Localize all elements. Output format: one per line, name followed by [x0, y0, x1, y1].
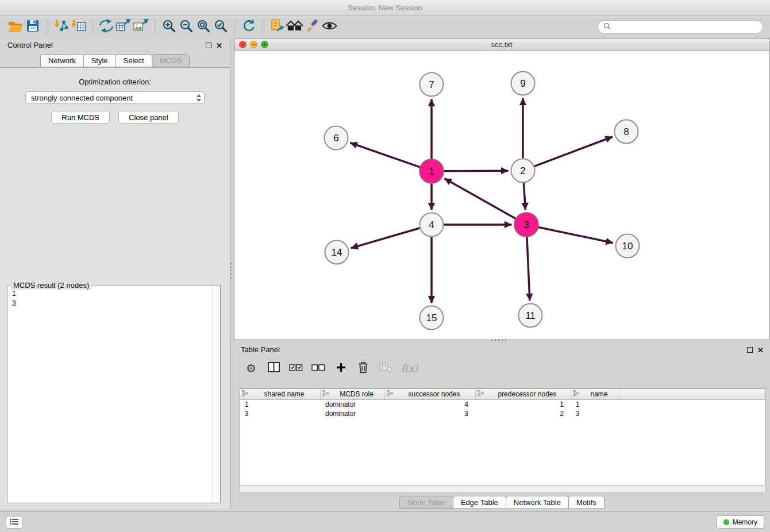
column-header-shared-name[interactable]: shared name: [240, 389, 321, 399]
clipboard-network-button[interactable]: [268, 18, 286, 36]
select-none-button[interactable]: [311, 361, 325, 376]
graph-node-10[interactable]: 10: [616, 234, 640, 258]
criterion-dropdown[interactable]: strongly connected component: [25, 91, 205, 104]
tab-mcds[interactable]: MCDS: [152, 54, 190, 67]
table-row[interactable]: 3dominator323: [240, 409, 765, 418]
open-session-button[interactable]: [7, 18, 24, 36]
graph-node-3[interactable]: 3: [515, 213, 538, 237]
import-table-button[interactable]: [70, 18, 87, 36]
toolbar-separator: [92, 20, 93, 34]
graph-node-2[interactable]: 2: [511, 159, 535, 183]
close-panel-button[interactable]: Close panel: [118, 111, 179, 124]
import-network-button[interactable]: [52, 18, 70, 36]
tab-edge-table[interactable]: Edge Table: [453, 496, 506, 509]
graph-edge-3-10[interactable]: [538, 227, 613, 242]
export-table-icon: [116, 19, 131, 35]
table-horizontal-scrollbar[interactable]: [240, 485, 765, 493]
graph-node-7[interactable]: 7: [420, 73, 444, 97]
zoom-selected-button[interactable]: [212, 18, 229, 36]
delete-row-button[interactable]: [356, 361, 370, 376]
table-panel-title: Table Panel: [241, 345, 280, 354]
graph-node-9[interactable]: 9: [511, 72, 535, 95]
mcds-result-text[interactable]: 13: [12, 289, 210, 500]
minimize-window-button[interactable]: −: [250, 41, 257, 48]
graph-edge-3-1[interactable]: [444, 179, 515, 219]
attribute-icon: [478, 390, 484, 398]
zoom-fit-button[interactable]: [195, 18, 212, 36]
gear-button[interactable]: ⚙: [244, 361, 258, 376]
show-details-eye-button[interactable]: [321, 18, 338, 36]
dropdown-arrows-icon: [197, 94, 201, 102]
tab-node-table[interactable]: Node Table: [399, 496, 453, 509]
style-paint-button[interactable]: [303, 18, 321, 36]
tab-network[interactable]: Network: [40, 54, 84, 67]
svg-text:10: 10: [622, 241, 633, 252]
tab-style[interactable]: Style: [83, 54, 116, 67]
svg-text:2: 2: [520, 165, 525, 176]
toolbar-separator: [47, 20, 47, 34]
network-clone-button[interactable]: [98, 18, 115, 36]
node-table: shared nameMCDS rolesuccessor nodesprede…: [240, 388, 765, 485]
graph-node-1[interactable]: 1: [420, 160, 444, 183]
mcds-result-title: MCDS result (2 nodes): [11, 281, 91, 290]
graph-node-15[interactable]: 15: [420, 306, 444, 330]
table-cell: 1: [476, 400, 571, 408]
table-cell: 4: [385, 400, 476, 408]
zoom-out-button[interactable]: [178, 18, 195, 36]
close-window-button[interactable]: ×: [239, 41, 247, 48]
tab-motifs[interactable]: Motifs: [568, 496, 605, 509]
table-row[interactable]: 1dominator411: [240, 400, 765, 409]
float-panel-icon[interactable]: [206, 43, 211, 48]
toolbar-icon-group: [7, 18, 338, 36]
add-row-button[interactable]: [334, 361, 348, 376]
select-all-button[interactable]: [289, 361, 303, 376]
column-label: predecessor nodes: [486, 390, 569, 398]
run-mcds-button[interactable]: Run MCDS: [51, 111, 110, 124]
result-scrollbar[interactable]: [212, 286, 220, 503]
export-table-button[interactable]: [115, 18, 132, 36]
search-box[interactable]: [598, 20, 763, 34]
column-header-successor-nodes[interactable]: successor nodes: [385, 389, 476, 399]
column-header-name[interactable]: name: [571, 389, 619, 399]
vertical-splitter-grip[interactable]: [230, 263, 232, 279]
search-input[interactable]: [614, 23, 757, 32]
network-window-titlebar: × − + scc.txt: [234, 38, 769, 51]
export-image-button[interactable]: [132, 18, 149, 36]
delete-table-icon: [379, 362, 392, 375]
graph-edge-1-6[interactable]: [350, 142, 420, 167]
zoom-window-button[interactable]: +: [261, 41, 268, 48]
app-titlebar: Session: New Session: [0, 0, 770, 16]
horizontal-splitter-grip[interactable]: [491, 339, 507, 341]
column-header-mcds-role[interactable]: MCDS role: [321, 389, 385, 399]
graph-node-8[interactable]: 8: [615, 120, 638, 144]
table-cell: 3: [571, 410, 619, 418]
network-canvas[interactable]: 7968124314101511: [234, 51, 769, 340]
graph-node-6[interactable]: 6: [325, 126, 348, 150]
graph-node-14[interactable]: 14: [325, 241, 349, 264]
network-window: × − + scc.txt 7968124314101511: [234, 38, 769, 340]
refresh-button[interactable]: [240, 18, 257, 36]
graph-edge-2-3[interactable]: [523, 183, 525, 210]
tab-network-table[interactable]: Network Table: [506, 496, 569, 509]
network-graph[interactable]: 7968124314101511: [234, 51, 769, 340]
zoom-in-button[interactable]: [160, 18, 178, 36]
control-panel-title: Control Panel: [7, 41, 53, 49]
show-panels-button[interactable]: [6, 516, 23, 529]
tab-select[interactable]: Select: [116, 54, 152, 67]
close-table-panel-icon[interactable]: ✕: [757, 346, 764, 354]
close-panel-icon[interactable]: ✕: [216, 42, 222, 49]
svg-text:9: 9: [520, 78, 525, 89]
import-table-icon: [71, 19, 86, 35]
graph-edge-2-8[interactable]: [534, 137, 613, 166]
memory-button[interactable]: Memory: [717, 515, 764, 529]
graph-node-11[interactable]: 11: [519, 304, 542, 327]
home-button[interactable]: [286, 18, 303, 36]
graph-edge-4-14[interactable]: [351, 228, 419, 248]
graph-node-4[interactable]: 4: [420, 213, 444, 237]
save-session-button[interactable]: [24, 18, 41, 36]
columns-button[interactable]: [267, 361, 280, 376]
graph-edge-3-11[interactable]: [527, 237, 530, 300]
float-table-panel-icon[interactable]: [747, 347, 753, 353]
column-header-predecessor-nodes[interactable]: predecessor nodes: [476, 389, 571, 399]
graph-edge-1-2[interactable]: [444, 171, 508, 171]
